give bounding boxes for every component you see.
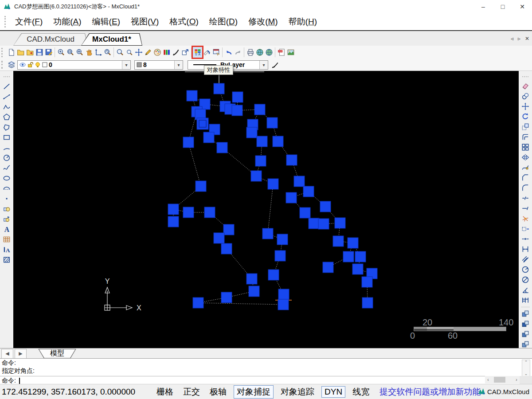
color-palette-button[interactable] xyxy=(153,47,162,58)
open-cloud-button[interactable] xyxy=(25,47,35,58)
tab-scroll-right-icon[interactable]: ▹ xyxy=(518,35,520,42)
color-combobox[interactable]: 8 ▾ xyxy=(134,60,183,70)
toggle-对象捕捉[interactable]: 对象捕捉 xyxy=(234,385,274,399)
new-drawing-button[interactable] xyxy=(7,47,16,58)
open-drawing-button[interactable] xyxy=(16,47,25,58)
linetype-dropdown-arrow[interactable]: ▾ xyxy=(259,61,268,69)
toggle-对象追踪[interactable]: 对象追踪 xyxy=(278,386,317,398)
pan-button[interactable] xyxy=(84,47,94,58)
paint-brush-button[interactable] xyxy=(171,47,180,58)
save-button[interactable] xyxy=(35,47,44,58)
polygon-tool-button[interactable] xyxy=(2,113,11,121)
command-hscrollbar[interactable]: ‹› xyxy=(485,376,520,383)
chamfer-tool-button[interactable] xyxy=(521,174,530,181)
tab-mxcloud1[interactable]: MxCloud1* xyxy=(81,33,142,46)
layout-next-button[interactable]: ▶ xyxy=(15,349,27,359)
layers-icon[interactable] xyxy=(7,59,16,70)
image-export-button[interactable] xyxy=(286,47,295,58)
break-at-point-tool-button[interactable] xyxy=(521,205,530,212)
mirror-tool-button[interactable] xyxy=(521,154,530,161)
circle-tool-button[interactable] xyxy=(2,154,11,161)
toggle-极轴[interactable]: 极轴 xyxy=(207,386,229,398)
menu-item-v[interactable]: 视图(V) xyxy=(125,16,164,27)
command-vscrollbar[interactable]: ⌃⌄ xyxy=(522,360,530,376)
layout-prev-button[interactable]: ◀ xyxy=(1,349,13,359)
save-as-button[interactable] xyxy=(44,47,53,58)
menu-item-h[interactable]: 帮助(H) xyxy=(283,16,322,27)
zoom-realtime-button[interactable] xyxy=(125,47,134,58)
menu-item-e[interactable]: 编辑(E) xyxy=(87,16,125,27)
match-properties-button[interactable] xyxy=(202,47,211,58)
layer-combobox[interactable]: 0 ▾ xyxy=(17,60,131,70)
group-edit-tool-button[interactable] xyxy=(521,321,530,328)
edit-spline-tool-button[interactable] xyxy=(521,164,530,171)
fillet-tool-button[interactable] xyxy=(521,184,530,192)
rectangle-tool-button[interactable] xyxy=(2,134,11,141)
find-button[interactable] xyxy=(115,47,125,58)
command-caret[interactable] xyxy=(19,378,20,384)
arc-tool-button[interactable] xyxy=(2,144,11,151)
text-multi-tool-button[interactable]: A xyxy=(2,246,11,253)
dim-aligned-tool-button[interactable] xyxy=(521,256,530,263)
print-button[interactable] xyxy=(246,47,255,58)
close-button[interactable]: ✕ xyxy=(512,0,532,13)
undo-button[interactable] xyxy=(224,47,233,58)
copy-tool-button[interactable] xyxy=(521,93,530,100)
menu-item-a[interactable]: 功能(A) xyxy=(48,16,86,27)
feedback-link[interactable]: 提交软件问题或增加新功能 xyxy=(379,386,481,398)
point-tool-button[interactable] xyxy=(2,195,11,202)
menu-item-o[interactable]: 格式(O) xyxy=(164,16,203,27)
zoom-window-button[interactable] xyxy=(66,47,75,58)
hatch-tool-button[interactable] xyxy=(2,256,11,263)
dim-diameter-tool-button[interactable] xyxy=(521,276,530,283)
redo-button[interactable] xyxy=(233,47,243,58)
polyline-tool-button[interactable] xyxy=(2,103,11,110)
maximize-button[interactable]: □ xyxy=(493,0,512,13)
dim-baseline-tool-button[interactable] xyxy=(521,297,530,304)
array-tool-button[interactable] xyxy=(521,144,530,151)
polygon-irregular-tool-button[interactable] xyxy=(2,124,11,131)
toggle-栅格[interactable]: 栅格 xyxy=(154,386,176,398)
group-add-tool-button[interactable] xyxy=(521,331,530,338)
group-tool-button[interactable] xyxy=(521,310,530,317)
options-window-button[interactable] xyxy=(211,47,221,58)
object-properties-button[interactable]: SA xyxy=(193,47,202,58)
axis-ucs-button[interactable] xyxy=(94,47,103,58)
tab-close-icon[interactable]: ✕ xyxy=(525,35,529,42)
color-bars-button[interactable] xyxy=(162,47,171,58)
join-tool-button[interactable] xyxy=(521,235,530,243)
pdf-export-button[interactable]: PDF xyxy=(277,47,286,58)
move-view-button[interactable] xyxy=(134,47,143,58)
draw-pencil-button[interactable] xyxy=(143,47,153,58)
toggle-线宽[interactable]: 线宽 xyxy=(350,386,372,398)
toggle-DYN[interactable]: DYN xyxy=(321,386,345,398)
zoom-extents-button[interactable] xyxy=(75,47,84,58)
table-tool-button[interactable] xyxy=(2,236,11,243)
explode-tool-button[interactable] xyxy=(521,215,530,222)
web-publish-button[interactable] xyxy=(255,47,264,58)
text-single-tool-button[interactable]: A xyxy=(2,226,11,233)
menu-item-m[interactable]: 修改(M) xyxy=(243,16,283,27)
ellipse-arc-tool-button[interactable] xyxy=(2,185,11,192)
menu-item-d[interactable]: 绘图(D) xyxy=(204,16,243,27)
drawing-canvas[interactable]: YX 20 140 0 60 xyxy=(13,71,519,348)
web-share-button[interactable] xyxy=(264,47,274,58)
toggle-正交[interactable]: 正交 xyxy=(180,386,203,398)
zoom-previous-button[interactable] xyxy=(103,47,112,58)
rotate-tool-button[interactable] xyxy=(521,113,530,120)
block-create-tool-button[interactable] xyxy=(2,215,11,223)
menu-item-f[interactable]: 文件(F) xyxy=(10,16,48,27)
minimize-button[interactable]: – xyxy=(473,0,493,13)
line-tool-button[interactable] xyxy=(2,83,11,90)
erase-tool-button[interactable] xyxy=(521,82,530,90)
model-tab[interactable]: 模型 xyxy=(38,349,76,359)
color-dropdown-arrow[interactable]: ▾ xyxy=(174,61,183,69)
move-tool-button[interactable] xyxy=(521,103,530,110)
spline-tool-button[interactable] xyxy=(2,164,11,172)
dim-angular-tool-button[interactable] xyxy=(521,286,530,293)
tab-scroll-left-icon[interactable]: ◃ xyxy=(511,35,513,42)
dim-radius-tool-button[interactable] xyxy=(521,266,530,273)
break-tool-button[interactable] xyxy=(521,195,530,202)
xline-tool-button[interactable] xyxy=(2,93,11,100)
ellipse-tool-button[interactable] xyxy=(2,175,11,182)
